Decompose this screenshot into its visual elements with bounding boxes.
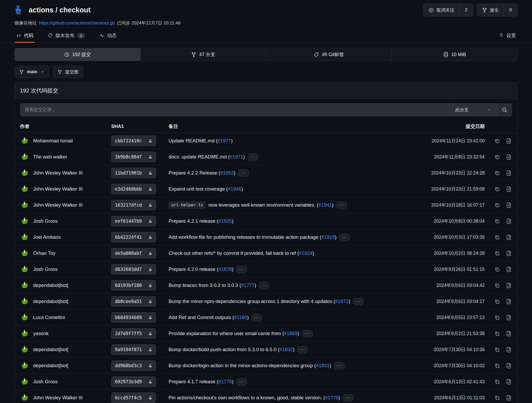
browse-source-button[interactable] — [506, 395, 512, 401]
branch-selector[interactable]: main — [14, 66, 49, 78]
commit-author[interactable]: dependabot[bot] — [33, 363, 68, 369]
commit-sha-chip[interactable]: 163217dfcd — [111, 200, 156, 210]
mirror-url-link[interactable]: https://github.com/actions/checkout.git — [39, 21, 115, 26]
browse-source-button[interactable] — [506, 170, 512, 176]
issue-link[interactable]: #1775 — [218, 379, 232, 384]
avatar[interactable] — [20, 281, 29, 290]
expand-commit-body-button[interactable]: ··· — [334, 362, 344, 369]
avatar[interactable] — [20, 152, 29, 162]
copy-sha-button[interactable] — [494, 331, 500, 337]
avatar[interactable] — [20, 361, 29, 370]
issue-link[interactable]: #1777 — [241, 282, 255, 288]
issue-link[interactable]: #1869 — [284, 331, 297, 336]
copy-sha-button[interactable] — [494, 234, 500, 240]
copy-sha-button[interactable] — [494, 250, 500, 256]
commit-message[interactable]: Add workflow file for publishing release… — [169, 234, 337, 240]
commit-message[interactable]: Check out other refs/* by commit if prov… — [169, 250, 314, 256]
expand-commit-body-button[interactable]: ··· — [302, 330, 313, 337]
commit-author[interactable]: Joel Ambass — [33, 234, 61, 240]
commit-sha-chip[interactable]: dd960bd3c3 — [111, 360, 156, 371]
expand-commit-body-button[interactable]: ··· — [336, 202, 347, 209]
commit-author[interactable]: John Wesley Walker III — [33, 202, 83, 208]
commit-author[interactable]: dependabot[bot] — [33, 298, 68, 304]
commit-author[interactable]: Josh Gross — [33, 218, 58, 224]
commit-message[interactable]: Bump the minor-npm-dependencies group ac… — [169, 298, 350, 304]
copy-sha-button[interactable] — [494, 170, 500, 176]
commit-message[interactable]: Prepare 4.2.2 Release (#1953) — [169, 170, 235, 176]
unwatch-button[interactable]: 取消关注 2 — [423, 4, 473, 16]
commit-author[interactable]: Luca Comellini — [33, 315, 65, 320]
commit-sha-chip[interactable]: d632683dd7 — [111, 264, 156, 275]
commit-author[interactable]: John Wesley Walker III — [33, 170, 83, 176]
browse-source-button[interactable] — [506, 218, 512, 224]
copy-sha-button[interactable] — [494, 379, 500, 385]
commit-sha-chip[interactable]: 692973e3d9 — [111, 376, 156, 387]
avatar[interactable] — [20, 265, 29, 274]
commit-author[interactable]: John Wesley Walker III — [33, 186, 83, 192]
avatar[interactable] — [20, 329, 29, 338]
expand-commit-body-button[interactable]: ··· — [343, 394, 353, 401]
commit-message[interactable]: Provide explanation for where user email… — [169, 331, 299, 336]
commit-author[interactable]: dependabot[bot] — [33, 282, 68, 288]
commit-author[interactable]: Mohammad Ismail — [33, 138, 73, 144]
issue-link[interactable]: #1925 — [218, 218, 232, 224]
copy-sha-button[interactable] — [494, 363, 500, 369]
avatar[interactable] — [20, 248, 29, 258]
commit-message[interactable]: Update README.md (#1977) — [169, 138, 233, 144]
commit-author[interactable]: Josh Gross — [33, 379, 58, 385]
issue-link[interactable]: #1971 — [230, 154, 243, 160]
avatar[interactable] — [20, 313, 29, 322]
tab-code[interactable]: 代码 — [14, 32, 35, 42]
issue-link[interactable]: #1776 — [325, 395, 338, 400]
commit-sha-chip[interactable]: 6ccd57f4c5 — [111, 392, 156, 403]
browse-source-button[interactable] — [506, 363, 512, 369]
copy-sha-button[interactable] — [494, 218, 500, 224]
issue-link[interactable]: #1180 — [234, 315, 247, 320]
issue-link[interactable]: #1831 — [316, 363, 329, 368]
search-button[interactable] — [497, 103, 512, 116]
commit-message[interactable]: Bump docker/login-action in the minor-ac… — [169, 363, 331, 369]
avatar[interactable] — [20, 297, 29, 306]
commit-message[interactable]: Prepare 4.2.0 release (#1878) — [169, 266, 234, 272]
commit-author[interactable]: dependabot[bot] — [33, 347, 68, 352]
avatar[interactable] — [20, 232, 29, 242]
copy-sha-button[interactable] — [494, 202, 500, 208]
browse-source-button[interactable] — [506, 282, 512, 288]
commit-message[interactable]: Bump braces from 3.0.2 to 3.0.3 (#1777) — [169, 282, 256, 288]
expand-commit-body-button[interactable]: ··· — [259, 282, 270, 289]
fork-count[interactable]: 0 — [504, 4, 517, 16]
issue-link[interactable]: #1946 — [228, 186, 241, 192]
commit-sha-chip[interactable]: eef61447b9 — [111, 216, 156, 226]
expand-commit-body-button[interactable]: ··· — [247, 153, 258, 161]
repo-title[interactable]: actions / checkout — [29, 6, 91, 14]
avatar[interactable] — [20, 345, 29, 354]
browse-source-button[interactable] — [506, 298, 512, 305]
tab-releases[interactable]: 版本发布 2 — [46, 32, 87, 42]
browse-source-button[interactable] — [506, 379, 512, 385]
commit-message[interactable]: Bump docker/build-push-action from 5.3.0… — [169, 347, 295, 352]
commit-message[interactable]: now leverages well-known environment var… — [208, 202, 333, 208]
expand-commit-body-button[interactable]: ··· — [238, 170, 249, 177]
browse-source-button[interactable] — [506, 331, 512, 337]
issue-link[interactable]: #1953 — [220, 170, 234, 176]
avatar[interactable] — [20, 377, 29, 386]
commit-author[interactable]: Orhan Toy — [33, 250, 55, 256]
fork-button[interactable]: 派生 0 — [477, 4, 518, 16]
issue-link[interactable]: #1941 — [318, 202, 332, 208]
commit-sha-chip[interactable]: e3d2460bbb — [111, 184, 156, 194]
browse-source-button[interactable] — [506, 154, 512, 160]
browse-source-button[interactable] — [506, 266, 512, 272]
stat-branches[interactable]: 47 分支 — [140, 48, 266, 61]
browse-source-button[interactable] — [506, 250, 512, 256]
commit-sha-chip[interactable]: de5a000abf — [111, 248, 156, 258]
browse-source-button[interactable] — [506, 202, 512, 208]
copy-sha-button[interactable] — [494, 266, 500, 272]
commit-sha-chip[interactable]: 11bd71901b — [111, 168, 156, 178]
copy-sha-button[interactable] — [494, 298, 500, 305]
stat-size[interactable]: 10 MiB — [392, 48, 517, 61]
branch-scope-dropdown[interactable]: 此分支 — [450, 103, 497, 116]
tab-activity[interactable]: 动态 — [98, 32, 118, 42]
issue-link[interactable]: #1977 — [217, 138, 231, 143]
copy-sha-button[interactable] — [494, 282, 500, 288]
expand-commit-body-button[interactable]: ··· — [236, 378, 247, 385]
